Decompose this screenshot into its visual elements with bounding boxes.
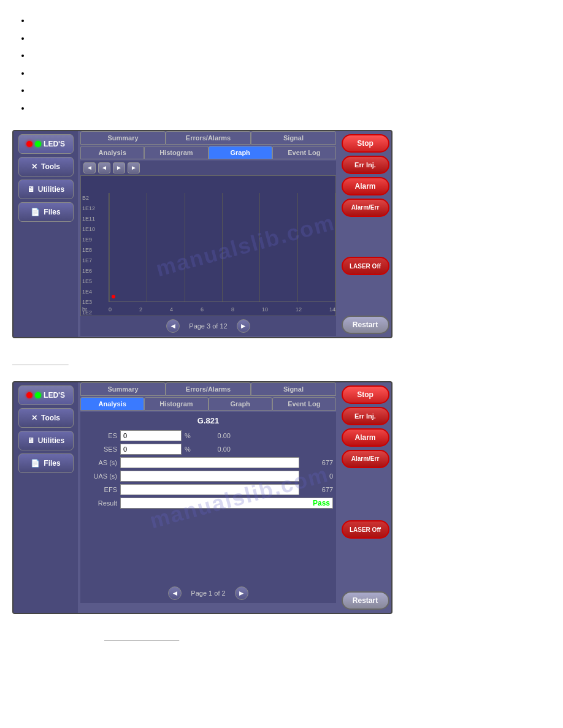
restart-button-2[interactable]: Restart <box>342 591 389 610</box>
page-next-btn-2[interactable]: ► <box>235 586 248 600</box>
page-text-2: Page 1 of 2 <box>191 590 225 597</box>
sidebar-utilities-btn-2[interactable]: 🖥 Utilities <box>18 431 74 450</box>
as-input[interactable] <box>120 457 299 468</box>
page-prev-btn[interactable]: ◄ <box>166 319 180 333</box>
y-label-b2: B2 <box>82 193 95 203</box>
sidebar-tools-btn[interactable]: ✕ Tools <box>18 157 74 176</box>
es-value: 0.00 <box>200 432 231 439</box>
x-label-10: 10 <box>262 306 268 313</box>
right-panel-1: Stop Err Inj. Alarm Alarm/Err LASER Off … <box>339 131 391 337</box>
stop-button-1[interactable]: Stop <box>342 134 389 153</box>
files-label: Files <box>44 208 60 216</box>
tab-errors-alarms[interactable]: Errors/Alarms <box>166 131 251 145</box>
x-label-0: 0 <box>109 306 112 313</box>
right-panel-2: Stop Err Inj. Alarm Alarm/Err LASER Off … <box>339 382 391 613</box>
tab-summary[interactable]: Summary <box>80 131 166 145</box>
analysis-area: G.821 ES 0 % 0.00 SES 0 % <box>80 412 336 583</box>
sidebar-leds-btn-2[interactable]: LED'S <box>18 385 74 405</box>
x-label-12: 12 <box>296 306 302 313</box>
x-unit-label: hr <box>82 306 87 313</box>
sidebar-tools-btn-2[interactable]: ✕ Tools <box>18 408 74 428</box>
page-next-btn[interactable]: ► <box>237 319 250 333</box>
tab-analysis[interactable]: Analysis <box>80 146 144 159</box>
tab-row-1: Summary Errors/Alarms Signal <box>80 131 336 145</box>
alarm-err-button-1[interactable]: Alarm/Err <box>342 199 389 217</box>
data-point-red <box>112 295 115 298</box>
grid-line <box>259 193 260 301</box>
sidebar-1: LED'S ✕ Tools 🖥 Utilities 📄 Files <box>13 131 78 337</box>
uas-label: UAS (s) <box>83 472 117 480</box>
err-inj-button-1[interactable]: Err Inj. <box>342 156 389 174</box>
stop-button-2[interactable]: Stop <box>342 385 389 404</box>
graph-grid <box>109 193 335 302</box>
efs-value: 677 <box>302 486 333 493</box>
nav-next-btn[interactable]: ► <box>113 162 125 173</box>
efs-label: EFS <box>83 486 117 493</box>
tab-histogram-2[interactable]: Histogram <box>144 397 208 411</box>
link-placeholder[interactable] <box>12 358 69 365</box>
y-label-1e4: 1E4 <box>82 287 95 297</box>
nav-last-btn[interactable]: ► <box>128 162 140 173</box>
analysis-row-uas: UAS (s) 0 <box>83 471 333 482</box>
ses-input[interactable]: 0 <box>120 444 182 455</box>
efs-input[interactable] <box>120 484 299 495</box>
nav-first-btn[interactable]: ◄ <box>83 162 96 173</box>
sidebar-files-btn-2[interactable]: 📄 Files <box>18 453 74 473</box>
bullet-item <box>31 65 551 83</box>
uas-value: 0 <box>302 472 333 480</box>
led-red-icon <box>26 141 33 147</box>
y-label-1e5: 1E5 <box>82 276 95 287</box>
restart-button-1[interactable]: Restart <box>342 316 389 334</box>
led-green-icon <box>35 141 41 147</box>
tab-errors-alarms-2[interactable]: Errors/Alarms <box>166 382 251 396</box>
page-text: Page 3 of 12 <box>189 322 227 330</box>
utilities-label: Utilities <box>38 185 64 194</box>
alarm-button-2[interactable]: Alarm <box>342 428 389 447</box>
grid-line <box>335 193 335 301</box>
err-inj-button-2[interactable]: Err Inj. <box>342 407 389 425</box>
led-red-icon-2 <box>26 392 33 398</box>
sidebar-utilities-btn[interactable]: 🖥 Utilities <box>18 180 74 199</box>
ses-value: 0.00 <box>200 446 231 453</box>
nav-prev-btn[interactable]: ◄ <box>98 162 110 173</box>
screen1-container: LED'S ✕ Tools 🖥 Utilities 📄 Files Summar… <box>12 130 393 338</box>
tab-event-log[interactable]: Event Log <box>272 146 336 159</box>
sidebar-files-btn[interactable]: 📄 Files <box>18 202 74 222</box>
result-input[interactable]: Pass <box>120 498 333 509</box>
tab-signal[interactable]: Signal <box>251 131 336 145</box>
bottom-link[interactable] <box>104 634 179 641</box>
y-label-1e12: 1E12 <box>82 203 95 214</box>
leds-label: LED'S <box>44 140 65 148</box>
analysis-row-efs: EFS 677 <box>83 484 333 495</box>
alarm-err-button-2[interactable]: Alarm/Err <box>342 450 389 468</box>
uas-input[interactable] <box>120 471 299 482</box>
tab-graph[interactable]: Graph <box>209 146 272 159</box>
sidebar-leds-btn[interactable]: LED'S <box>18 134 74 154</box>
tab-analysis-2[interactable]: Analysis <box>80 397 144 411</box>
laser-off-button-1[interactable]: LASER Off <box>342 257 389 275</box>
alarm-button-1[interactable]: Alarm <box>342 177 389 195</box>
bullet-item <box>31 100 551 118</box>
tab-signal-2[interactable]: Signal <box>251 382 336 396</box>
screenshot-1: LED'S ✕ Tools 🖥 Utilities 📄 Files Summar… <box>12 130 393 338</box>
tab-summary-2[interactable]: Summary <box>80 382 166 396</box>
tab-histogram[interactable]: Histogram <box>144 146 208 159</box>
bullet-item <box>31 82 551 100</box>
laser-off-button-2[interactable]: LASER Off <box>342 520 389 539</box>
es-input[interactable]: 0 <box>120 430 182 441</box>
utilities-icon: 🖥 <box>27 185 34 194</box>
grid-line <box>185 193 185 301</box>
x-label-2: 2 <box>139 306 142 313</box>
files-icon: 📄 <box>31 208 40 216</box>
tab-graph-2[interactable]: Graph <box>209 397 272 411</box>
tab-row-2: Analysis Histogram Graph Event Log <box>80 146 336 159</box>
y-label-1e8: 1E8 <box>82 245 95 256</box>
tab-event-log-2[interactable]: Event Log <box>272 397 336 411</box>
y-label-1e7: 1E7 <box>82 256 95 266</box>
tools-label: Tools <box>41 162 60 171</box>
grid-lines <box>109 193 335 301</box>
sidebar-2: LED'S ✕ Tools 🖥 Utilities 📄 Files <box>13 382 78 613</box>
page-prev-btn-2[interactable]: ◄ <box>168 586 182 600</box>
y-label-1e11: 1E11 <box>82 214 95 224</box>
as-value: 677 <box>302 459 333 466</box>
